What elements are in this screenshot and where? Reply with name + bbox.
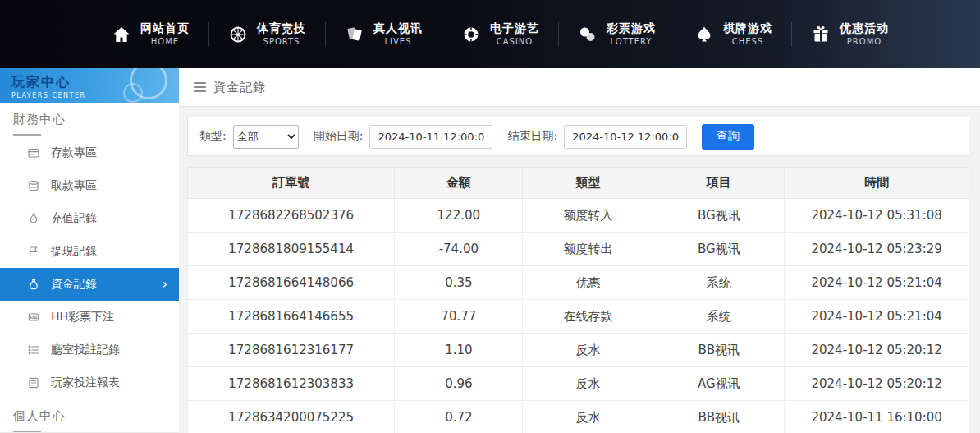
section-personal-center: 個人中心 — [0, 399, 179, 433]
column-header-time: 時間 — [785, 168, 969, 199]
casino-chip-icon — [460, 24, 482, 45]
column-header-amount: 金額 — [395, 168, 523, 199]
nav-subtitle-lottery: LOTTERY — [611, 37, 653, 48]
cell-item: BB视讯 — [653, 334, 785, 367]
cell-type: 优惠 — [523, 266, 653, 300]
playing-cards-icon — [344, 24, 365, 45]
cell-amount: 122.00 — [395, 199, 523, 233]
players-center-header: 玩家中心 PLAYERS CENTER — [0, 68, 179, 103]
sidebar-item-withdrawal-records[interactable]: 提現記錄 — [0, 235, 179, 268]
cell-time: 2024-10-12 05:21:04 — [785, 300, 969, 334]
filter-panel: 類型: 全部 開始日期: 结束日期: 查詢 — [187, 117, 969, 156]
cell-time: 2024-10-12 05:31:08 — [785, 199, 969, 233]
nav-title-promo: 优惠活动 — [840, 21, 889, 36]
nav-item-lives[interactable]: 真人视讯 LIVES — [325, 13, 442, 56]
sidebar-item-hall-bet-records[interactable]: 廳室投註記錄 — [0, 334, 179, 366]
cell-order-no: 1728681664148066 — [188, 266, 395, 300]
table-row: 1728634200075225 0.72 反水 BB视讯 2024-10-11… — [188, 401, 969, 433]
cell-time: 2024-10-12 05:21:04 — [785, 266, 969, 300]
page-title: 資金記錄 — [213, 80, 266, 95]
cell-item: BG视讯 — [653, 233, 785, 266]
deposit-card-icon — [27, 146, 40, 159]
money-bag-icon — [27, 278, 40, 291]
table-header-row: 訂單號 金額 類型 項目 時間 — [188, 168, 969, 199]
cell-type: 反水 — [523, 401, 653, 433]
menu-toggle-icon[interactable] — [194, 82, 206, 92]
nav-subtitle-promo: PROMO — [847, 37, 882, 48]
sidebar-item-hh-lottery-bets[interactable]: HH彩票下注 — [0, 301, 179, 334]
sidebar-item-label: HH彩票下注 — [51, 310, 114, 325]
cell-item: AG视讯 — [653, 367, 785, 401]
cell-type: 反水 — [523, 334, 653, 367]
query-button[interactable]: 查詢 — [702, 124, 754, 150]
sidebar: 玩家中心 PLAYERS CENTER 財務中心 存款專區 取款專區 — [0, 68, 179, 433]
cell-item: 系统 — [653, 266, 785, 300]
nav-item-home[interactable]: 网站首页 HOME — [92, 13, 208, 56]
sidebar-item-label: 資金記錄 — [51, 277, 97, 292]
droplet-icon — [27, 212, 40, 225]
nav-item-chess[interactable]: 棋牌游戏 CHESS — [675, 13, 791, 56]
sports-ball-icon — [227, 24, 249, 45]
cell-type: 额度转入 — [523, 199, 653, 233]
table-row: 1728681612316177 1.10 反水 BB视讯 2024-10-12… — [188, 334, 969, 367]
end-date-input[interactable] — [564, 125, 687, 149]
cell-item: BG视讯 — [653, 199, 785, 233]
list-icon — [27, 343, 40, 357]
cell-item: BB视讯 — [653, 401, 785, 433]
coins-icon — [27, 179, 40, 192]
nav-title-casino: 电子游艺 — [490, 21, 539, 36]
nav-subtitle-casino: CASINO — [497, 37, 533, 48]
type-select[interactable]: 全部 — [233, 125, 299, 149]
sidebar-item-recharge-records[interactable]: 充值記錄 — [0, 202, 179, 235]
nav-item-lottery[interactable]: 彩票游戏 LOTTERY — [558, 13, 675, 56]
cell-amount: 0.72 — [395, 401, 523, 433]
cell-type: 在线存款 — [523, 300, 653, 334]
breadcrumb: 資金記錄 — [179, 68, 980, 107]
nav-subtitle-chess: CHESS — [732, 37, 764, 48]
players-center-subtitle: PLAYERS CENTER — [11, 92, 179, 99]
cell-order-no: 1728681612303833 — [188, 367, 395, 401]
lottery-balls-icon — [577, 24, 598, 45]
sidebar-item-label: 存款專區 — [51, 145, 97, 160]
cell-type: 反水 — [523, 367, 653, 401]
column-header-order-no: 訂單號 — [188, 168, 395, 199]
type-label: 類型: — [199, 129, 227, 144]
nav-subtitle-lives: LIVES — [384, 37, 411, 48]
home-icon — [111, 24, 132, 45]
cell-type: 额度转出 — [523, 233, 653, 266]
nav-title-chess: 棋牌游戏 — [723, 21, 772, 36]
flag-icon — [27, 245, 40, 258]
cell-time: 2024-10-12 05:20:12 — [785, 367, 969, 401]
sidebar-item-withdraw-zone[interactable]: 取款專區 — [0, 169, 179, 202]
nav-subtitle-home: HOME — [151, 37, 179, 48]
funds-records-table: 訂單號 金額 類型 項目 時間 1728682268502376 122.00 … — [187, 167, 969, 433]
cell-time: 2024-10-11 16:10:00 — [785, 401, 969, 433]
main-content: 資金記錄 類型: 全部 開始日期: 结束日期: 查詢 — [179, 68, 980, 433]
sidebar-item-label: 廳室投註記錄 — [51, 343, 120, 357]
nav-title-sports: 体育竞技 — [257, 21, 306, 36]
nav-title-home: 网站首页 — [140, 21, 190, 36]
top-navigation: 网站首页 HOME 体育竞技 SPORTS 真人视讯 LIVES 电子游艺 CA… — [0, 0, 980, 68]
cell-time: 2024-10-12 05:23:29 — [785, 233, 969, 266]
sidebar-item-player-bet-report[interactable]: 玩家投注報表 — [0, 366, 179, 399]
sidebar-item-label: 玩家投注報表 — [51, 375, 120, 390]
sidebar-item-deposit-zone[interactable]: 存款專區 — [0, 136, 179, 169]
sidebar-item-funds-records[interactable]: 資金記錄 › — [0, 268, 179, 301]
content-area: 類型: 全部 開始日期: 结束日期: 查詢 訂單號 金額 類 — [179, 107, 980, 433]
nav-item-casino[interactable]: 电子游艺 CASINO — [442, 13, 558, 56]
nav-item-promo[interactable]: 优惠活动 PROMO — [791, 13, 908, 56]
cell-amount: 0.35 — [395, 266, 523, 300]
nav-item-sports[interactable]: 体育竞技 SPORTS — [208, 13, 325, 56]
cell-item: 系统 — [653, 300, 785, 334]
start-date-input[interactable] — [369, 125, 492, 149]
nav-subtitle-sports: SPORTS — [263, 37, 300, 48]
sidebar-menu: 存款專區 取款專區 充值記錄 提現記錄 — [0, 136, 179, 399]
spade-icon — [694, 24, 715, 45]
sidebar-item-label: 充值記錄 — [51, 211, 97, 226]
table-body: 1728682268502376 122.00 额度转入 BG视讯 2024-1… — [188, 199, 969, 433]
nav-title-lives: 真人视讯 — [373, 21, 423, 36]
cell-order-no: 1728634200075225 — [188, 401, 395, 433]
section-finance-center: 財務中心 — [0, 103, 179, 136]
cell-order-no: 1728681664146655 — [188, 300, 395, 334]
table-row: 1728681809155414 -74.00 额度转出 BG视讯 2024-1… — [188, 233, 969, 266]
